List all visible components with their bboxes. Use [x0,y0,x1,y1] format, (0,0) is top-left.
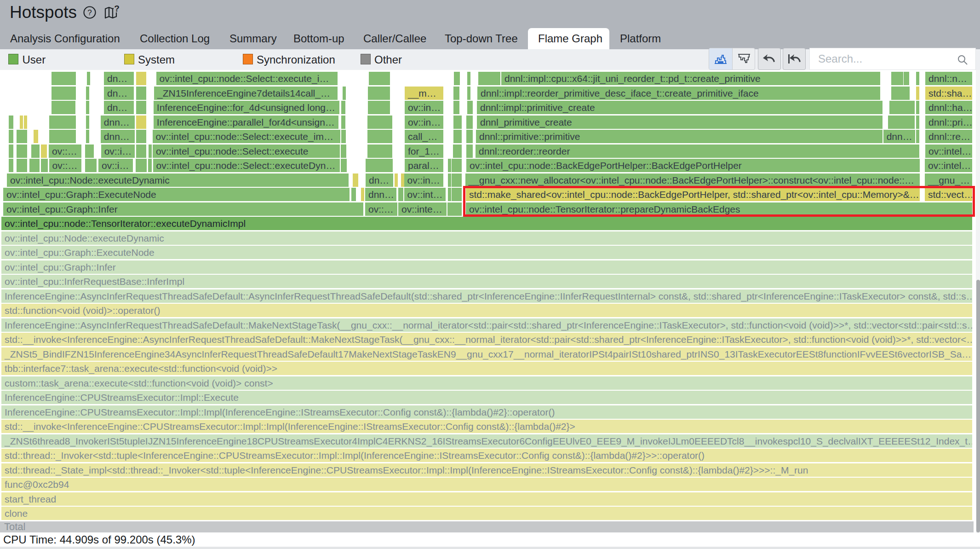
flame-frame[interactable]: _ZN15InferenceEngine7details14call_… [154,87,338,100]
flame-frame[interactable] [52,72,76,85]
flame-frame[interactable]: InferenceEngine::CPUStreamsExecutor::Imp… [1,391,972,404]
flame-frame[interactable]: __m… [405,87,443,100]
flame-frame[interactable] [889,101,915,114]
flame-frame[interactable] [17,144,27,158]
flame-frame[interactable] [341,159,347,172]
flame-frame[interactable] [891,72,903,85]
flame-frame[interactable]: std::make_shared<ov::intel_cpu::node::Ba… [466,188,920,201]
flame-frame[interactable] [351,188,356,201]
flame-frame[interactable] [891,87,910,100]
flame-frame[interactable]: ov::intel_cpu::node::Select::executeDyn… [153,159,340,172]
flame-frame[interactable] [466,116,473,129]
tab-bottom-up[interactable]: Bottom-up [293,28,344,49]
flame-frame[interactable] [466,130,473,143]
flame-frame[interactable] [916,130,919,143]
flame-frame[interactable] [369,72,390,85]
flame-frame[interactable]: std::__invoke<InferenceEngine::AsyncInfe… [1,333,972,346]
flame-frame[interactable]: ov::intel… [925,144,972,158]
flame-frame[interactable] [52,101,75,114]
flame-frame[interactable] [366,159,393,172]
tab-summary[interactable]: Summary [229,28,277,49]
flame-frame[interactable] [452,159,462,172]
flame-frame[interactable]: ov::intel_cpu::Graph::Infer [3,202,363,216]
flame-frame[interactable]: dnnl::primitive::primitive [476,130,883,143]
flame-frame[interactable]: ov::intel_cpu::node::TensorIterator::exe… [1,217,972,230]
icicle-view-button[interactable] [733,48,756,69]
flame-frame[interactable] [136,87,146,100]
flame-frame[interactable]: ov::intel_cpu::node::Select::execute [153,144,340,158]
flame-frame[interactable]: call_… [405,130,443,143]
zoom-reset-button[interactable] [783,48,806,70]
flame-frame[interactable] [367,144,392,158]
flame-frame[interactable] [367,116,392,129]
flame-frame[interactable]: _ZNSt5_BindIFZN15InferenceEngine34AsyncI… [1,347,972,361]
flame-frame[interactable]: dnnl::impl::reorder_primitive_desc_iface… [477,87,880,100]
flame-frame[interactable] [341,116,346,129]
flame-frame[interactable]: dnnl::pri… [925,116,972,129]
flame-frame[interactable]: tbb::interface7::task_arena::execute<std… [1,362,972,375]
flame-frame[interactable] [31,144,40,158]
flame-frame[interactable] [9,159,13,172]
flame-frame[interactable]: dnnl::re… [925,130,972,143]
flame-frame[interactable]: ov::… [49,144,81,158]
flame-frame[interactable]: dn… [366,173,393,187]
flame-frame[interactable]: ov::intel_cpu::Graph::ExecuteNode [1,246,972,259]
flame-frame[interactable] [466,144,473,158]
flame-frame[interactable] [9,116,13,129]
flame-frame[interactable] [136,101,146,114]
flame-frame[interactable]: std::thread::_Invoker<std::tuple<Inferen… [1,449,972,462]
flame-frame[interactable]: dn… [104,101,134,114]
flame-frame[interactable] [467,87,470,100]
flame-frame[interactable]: std::sha… [925,87,972,100]
flame-frame[interactable]: dnnl::reorder::reorder [476,144,919,158]
flame-frame[interactable]: custom::task_arena::execute<std::functio… [1,376,972,390]
flame-frame[interactable] [453,144,462,158]
flame-frame[interactable]: paral… [405,159,443,172]
flame-frame[interactable]: std::vect… [925,188,972,201]
flame-frame[interactable]: std::function<void (void)>::operator() [1,304,972,317]
flame-frame[interactable]: InferenceEngine::CPUStreamsExecutor::Imp… [1,405,972,419]
flame-frame[interactable] [9,130,13,143]
flame-frame[interactable] [448,159,451,172]
flame-frame[interactable]: ov::intel… [925,159,972,172]
search-input[interactable] [817,48,955,69]
flame-frame[interactable]: dn… [104,72,134,85]
flame-frame[interactable] [136,116,146,129]
flame-frame[interactable] [136,159,147,172]
flame-frame[interactable] [904,72,909,85]
flame-frame[interactable] [916,72,919,85]
flame-frame[interactable] [453,87,459,100]
flame-frame[interactable] [398,188,403,201]
flame-frame[interactable]: ov::intel_cpu::node::BackEdgePortHelper:… [466,159,920,172]
flame-graph-view-button[interactable] [709,48,732,69]
flame-frame[interactable] [41,159,48,172]
flame-frame[interactable] [86,87,90,100]
flame-frame[interactable] [478,72,500,85]
flame-frame[interactable] [467,101,473,114]
flame-frame[interactable] [43,144,47,158]
flame-frame[interactable] [52,87,76,100]
flame-frame[interactable] [353,173,358,187]
flame-frame[interactable]: func@0xc2b94 [1,478,972,491]
scrollbar-thumb[interactable] [976,280,980,532]
help-icon[interactable]: ? [83,6,97,21]
flame-frame[interactable]: clone [1,507,972,520]
flame-frame[interactable] [86,130,90,143]
flame-frame[interactable] [454,72,460,85]
flame-frame[interactable]: ov::intel_cpu::Graph::Infer [1,260,972,274]
flame-frame[interactable] [395,173,398,187]
flame-frame[interactable]: for_1… [405,144,443,158]
flame-frame[interactable]: dnnl::ha… [925,101,972,114]
flame-frame[interactable]: dnnl::impl::primitive_create [477,101,883,114]
tab-top-down-tree[interactable]: Top-down Tree [445,28,518,49]
flame-frame[interactable]: InferenceEngine::for_4d<unsigned long… [154,101,339,114]
flame-frame[interactable] [368,87,390,100]
flame-frame[interactable] [367,130,392,143]
tab-analysis-configuration[interactable]: Analysis Configuration [10,28,120,49]
flame-frame[interactable]: ov::in… [405,116,443,129]
flame-frame[interactable]: __gnu_… [925,173,972,187]
flame-frame[interactable]: ov::intel_cpu::node::Select::execute_i… [156,72,338,85]
flame-frame[interactable] [148,159,152,172]
tab-collection-log[interactable]: Collection Log [140,28,210,49]
tab-caller-callee[interactable]: Caller/Callee [363,28,426,49]
